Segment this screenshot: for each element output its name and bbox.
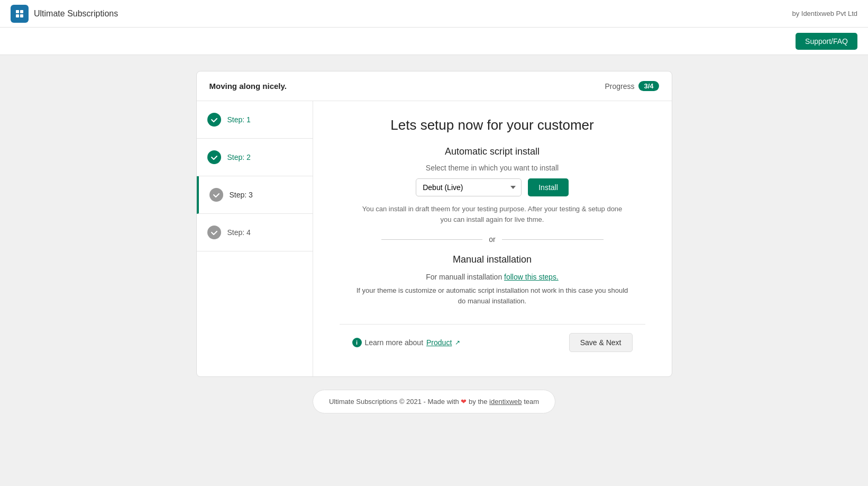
step-4-item[interactable]: Step: 4 bbox=[197, 214, 313, 251]
follow-steps-link[interactable]: follow this steps. bbox=[504, 273, 559, 281]
main-content: Moving along nicely. Progress 3/4 Step: … bbox=[0, 55, 868, 429]
step-4-icon bbox=[207, 226, 221, 239]
manual-text: For manuall installation follow this ste… bbox=[426, 273, 559, 281]
svg-rect-3 bbox=[20, 14, 23, 17]
secondbar: Support/FAQ bbox=[0, 28, 868, 55]
or-text: or bbox=[489, 235, 495, 244]
manual-title: Manual installation bbox=[453, 254, 532, 265]
page-footer: Ultimate Subscriptions © 2021 - Made wit… bbox=[313, 390, 555, 413]
step-3-item[interactable]: Step: 3 bbox=[197, 176, 313, 214]
theme-select[interactable]: Debut (Live) bbox=[416, 178, 522, 196]
step-1-item[interactable]: Step: 1 bbox=[197, 101, 313, 139]
progress-container: Progress 3/4 bbox=[605, 81, 659, 91]
topbar: Ultimate Subscriptions by Identixweb Pvt… bbox=[0, 0, 868, 28]
save-next-button[interactable]: Save & Next bbox=[569, 333, 633, 352]
select-label: Select theme in which you want to instal… bbox=[426, 164, 559, 172]
progress-badge: 3/4 bbox=[638, 81, 659, 91]
step-2-label: Step: 2 bbox=[227, 153, 251, 161]
step-3-icon bbox=[209, 188, 223, 202]
card-header: Moving along nicely. Progress 3/4 bbox=[197, 71, 672, 101]
progress-label: Progress bbox=[605, 82, 634, 91]
footer-suffix: by the bbox=[469, 398, 487, 406]
footer-text: Ultimate Subscriptions © 2021 - Made wit… bbox=[329, 398, 459, 406]
step-1-label: Step: 1 bbox=[227, 115, 251, 124]
support-faq-button[interactable]: Support/FAQ bbox=[796, 33, 857, 50]
or-divider: or bbox=[381, 235, 604, 244]
install-button[interactable]: Install bbox=[528, 178, 569, 196]
by-text: by Identixweb Pvt Ltd bbox=[792, 10, 857, 17]
main-title: Lets setup now for your customer bbox=[390, 117, 593, 133]
install-row: Debut (Live) Install bbox=[416, 178, 569, 196]
step-2-item[interactable]: Step: 2 bbox=[197, 139, 313, 176]
footer-identixweb-link[interactable]: identixweb bbox=[489, 398, 522, 406]
learn-more-prefix: Learn more about bbox=[365, 338, 424, 347]
step-1-icon bbox=[207, 113, 221, 127]
content-panel: Lets setup now for your customer Automat… bbox=[313, 101, 672, 376]
auto-section-title: Automatic script install bbox=[445, 146, 540, 157]
app-title: Ultimate Subscriptions bbox=[34, 9, 118, 19]
product-link[interactable]: Product bbox=[426, 338, 452, 347]
card-body: Step: 1 Step: 2 bbox=[197, 101, 672, 376]
external-link-icon: ↗ bbox=[455, 339, 460, 346]
svg-rect-2 bbox=[16, 14, 19, 17]
topbar-left: Ultimate Subscriptions bbox=[11, 5, 118, 23]
manual-note: If your theme is customize or automatic … bbox=[355, 285, 630, 306]
footer-end: team bbox=[524, 398, 539, 406]
learn-more: i Learn more about Product ↗ bbox=[352, 338, 461, 347]
step-2-icon bbox=[207, 150, 221, 164]
svg-rect-1 bbox=[20, 10, 23, 13]
svg-rect-0 bbox=[16, 10, 19, 13]
step-4-label: Step: 4 bbox=[227, 228, 251, 237]
footer-heart: ❤ bbox=[461, 398, 467, 406]
steps-sidebar: Step: 1 Step: 2 bbox=[197, 101, 313, 376]
info-icon: i bbox=[352, 338, 362, 347]
manual-text-prefix: For manuall installation bbox=[426, 273, 504, 281]
step-3-label: Step: 3 bbox=[230, 191, 253, 199]
setup-card: Moving along nicely. Progress 3/4 Step: … bbox=[196, 71, 672, 377]
install-note: You can install in draft theem for your … bbox=[360, 204, 625, 224]
card-header-title: Moving along nicely. bbox=[209, 82, 287, 91]
app-icon bbox=[11, 5, 29, 23]
card-footer: i Learn more about Product ↗ Save & Next bbox=[340, 324, 645, 361]
